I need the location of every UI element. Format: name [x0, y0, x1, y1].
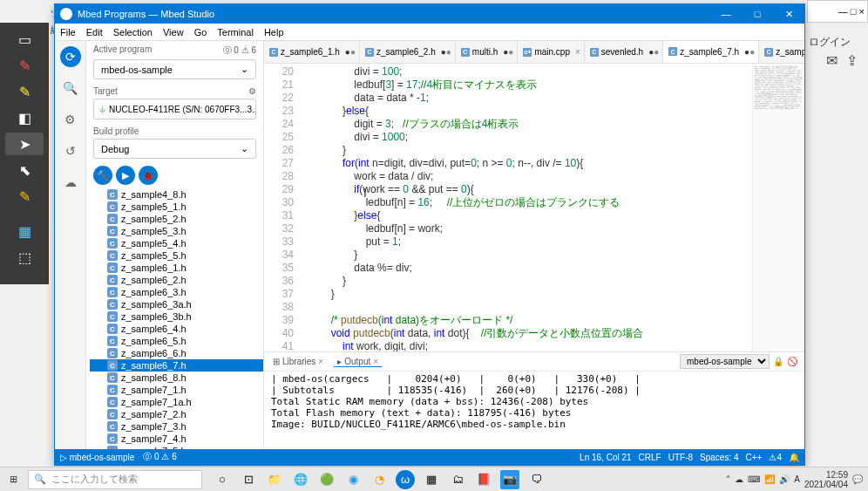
file-item[interactable]: z_sample6_8.h — [90, 372, 263, 384]
statusbar-item[interactable]: ▷ mbed-os-sample — [60, 451, 134, 463]
login-link[interactable]: ログイン — [809, 35, 851, 50]
history-icon[interactable]: ↺ — [60, 140, 81, 161]
file-item[interactable]: z_sample6_3.h — [90, 286, 263, 298]
app-icon-4[interactable]: ▦ — [422, 470, 441, 489]
app-icon-7[interactable]: 📷 — [500, 470, 519, 489]
app-icon-8[interactable]: 🗨 — [526, 470, 546, 489]
cortana-icon[interactable]: ○ — [213, 470, 232, 489]
statusbar-item[interactable]: C++ — [746, 453, 763, 462]
search-icon[interactable]: 🔍 — [60, 78, 81, 99]
file-item[interactable]: z_sample5_1.h — [90, 201, 263, 213]
lock-icon[interactable]: 🔒 — [773, 357, 783, 366]
tray-wifi-icon[interactable]: 📶 — [764, 474, 775, 484]
minimize-button[interactable]: ― — [710, 4, 742, 24]
mail-icon[interactable]: ✉ — [826, 52, 837, 69]
file-item[interactable]: z_sample6_6.h — [90, 347, 263, 359]
file-item[interactable]: z_sample7_1a.h — [90, 396, 263, 408]
tab-close-icon[interactable]: ● — [441, 47, 451, 57]
edge-icon[interactable]: 🌐 — [291, 470, 310, 489]
eraser-tool-icon[interactable]: ◧ — [5, 106, 44, 129]
output-selector[interactable]: mbed-os-sample — [680, 354, 770, 369]
highlight-tool-icon[interactable]: ✎ — [5, 185, 44, 208]
file-item[interactable]: z_sample5_2.h — [90, 213, 263, 225]
target-dropdown[interactable]: ⏚ NUCLEO-F411RE (S/N: 0670FF3...3...) — [93, 99, 256, 119]
editor-tab[interactable]: Csevenled.h● — [585, 41, 663, 63]
marker-tool-icon[interactable]: ✎ — [5, 80, 44, 103]
file-tree[interactable]: z_sample4_8.hz_sample5_1.hz_sample5_2.hz… — [86, 188, 263, 449]
menu-file[interactable]: File — [60, 27, 76, 38]
file-item[interactable]: z_sample6_5.h — [90, 335, 263, 347]
editor-tab[interactable]: Cz_sample6_2.h● — [360, 41, 456, 63]
file-item[interactable]: z_sample6_2.h — [90, 274, 263, 286]
share-icon[interactable]: ⇪ — [846, 52, 858, 69]
taskbar-search[interactable]: 🔍 ここに入力して検索 — [28, 470, 202, 489]
projects-icon[interactable]: ⟳ — [60, 46, 81, 67]
app-icon-2[interactable]: ◔ — [370, 470, 389, 489]
target-settings-icon[interactable]: ⚙ — [248, 86, 256, 96]
tray-chevron-icon[interactable]: ˄ — [726, 474, 730, 484]
start-button[interactable]: ⊞ — [0, 467, 26, 492]
debug-button[interactable]: 🐞 — [139, 166, 158, 185]
close-icon[interactable]: × — [318, 357, 323, 366]
file-item[interactable]: z_sample6_1.h — [90, 262, 263, 274]
task-view-icon[interactable]: ⊡ — [239, 470, 258, 489]
file-item[interactable]: z_sample5_4.h — [90, 237, 263, 249]
tab-close-icon[interactable]: ● — [744, 47, 755, 57]
palette-icon[interactable]: ⬚ — [5, 246, 44, 269]
program-dropdown[interactable]: mbed-os-sample ⌄ — [93, 59, 256, 79]
app-icon-1[interactable]: ◉ — [343, 470, 363, 489]
file-item[interactable]: z_sample4_8.h — [90, 188, 263, 201]
notifications-icon[interactable]: 💬 — [852, 474, 863, 484]
menu-go[interactable]: Go — [194, 27, 207, 38]
file-item[interactable]: z_sample7_5.h — [90, 445, 263, 449]
rect-tool-icon[interactable]: ▭ — [5, 28, 44, 51]
file-item[interactable]: z_sample6_4.h — [90, 323, 263, 335]
pen-tool-icon[interactable]: ✎ — [5, 54, 44, 77]
code-content[interactable]: divi = 100; ledbuf[3] = 17;//4桁目にマイナスを表示… — [304, 64, 752, 351]
tab-close-icon[interactable]: ● — [648, 47, 659, 57]
explorer-icon[interactable]: 📁 — [265, 470, 284, 489]
build-profile-dropdown[interactable]: Debug ⌄ — [93, 139, 256, 159]
editor-tab[interactable]: Cz_sample6_1.h● — [264, 41, 360, 63]
file-item[interactable]: z_sample6_3a.h — [90, 298, 263, 310]
taskbar-clock[interactable]: 12:59 2021/04/04 — [804, 470, 848, 489]
menu-selection[interactable]: Selection — [113, 27, 153, 38]
code-editor[interactable]: 20 21 22 23 24 25 26 27 28 29 30 31 32 3… — [264, 64, 804, 351]
file-item[interactable]: z_sample5_5.h — [90, 249, 263, 262]
tab-close-icon[interactable]: ● — [503, 47, 513, 57]
statusbar-item[interactable]: Spaces: 4 — [700, 453, 738, 462]
file-item[interactable]: z_sample7_3.h — [90, 420, 263, 433]
file-item[interactable]: z_sample5_3.h — [90, 225, 263, 237]
statusbar-item[interactable]: ⚠4 — [769, 453, 782, 462]
presentation-icon[interactable]: ▦ — [5, 220, 44, 242]
clear-icon[interactable]: 🚫 — [787, 357, 797, 366]
file-item[interactable]: z_sample7_2.h — [90, 408, 263, 420]
tray-ime-icon[interactable]: A — [794, 474, 800, 484]
menu-terminal[interactable]: Terminal — [217, 27, 254, 38]
editor-tab[interactable]: Cz_sample6_7.h● — [663, 41, 759, 63]
tray-keyboard-icon[interactable]: ⌨ — [748, 474, 760, 484]
close-icon[interactable]: × — [373, 357, 378, 366]
minimap[interactable]: divi = 100; ledbuf[3] = 17;//4桁目にマイナスを表示… — [752, 64, 804, 351]
arrow-tool-icon[interactable]: ➤ — [5, 133, 44, 155]
statusbar-item[interactable]: 🔔 — [789, 453, 799, 462]
tab-close-icon[interactable]: × — [575, 47, 580, 57]
settings-icon[interactable]: ⚙ — [60, 109, 81, 130]
panel-tab-libraries[interactable]: ⊞Libraries× — [269, 357, 327, 366]
cloud-icon[interactable]: ☁ — [60, 172, 81, 193]
run-button[interactable]: ▶ — [116, 166, 135, 185]
tray-volume-icon[interactable]: 🔊 — [779, 474, 790, 484]
menu-help[interactable]: Help — [264, 27, 284, 38]
app-icon-3[interactable]: ω — [396, 470, 415, 489]
problems-badge[interactable]: ⓪ 0 ⚠ 6 — [223, 44, 256, 57]
file-item[interactable]: z_sample6_3b.h — [90, 310, 263, 323]
maximize-button[interactable]: □ — [742, 4, 773, 24]
cursor-tool-icon[interactable]: ⬉ — [5, 159, 44, 181]
chrome-icon[interactable]: 🟢 — [317, 470, 336, 489]
menu-edit[interactable]: Edit — [86, 27, 103, 38]
editor-tab[interactable]: c+main.cpp× — [518, 41, 584, 63]
tab-close-icon[interactable]: ● — [345, 47, 356, 57]
statusbar-item[interactable]: Ln 16, Col 21 — [580, 453, 632, 462]
build-button[interactable]: 🔨 — [93, 166, 112, 185]
statusbar-item[interactable]: ⓪ 0 ⚠ 6 — [143, 451, 176, 463]
